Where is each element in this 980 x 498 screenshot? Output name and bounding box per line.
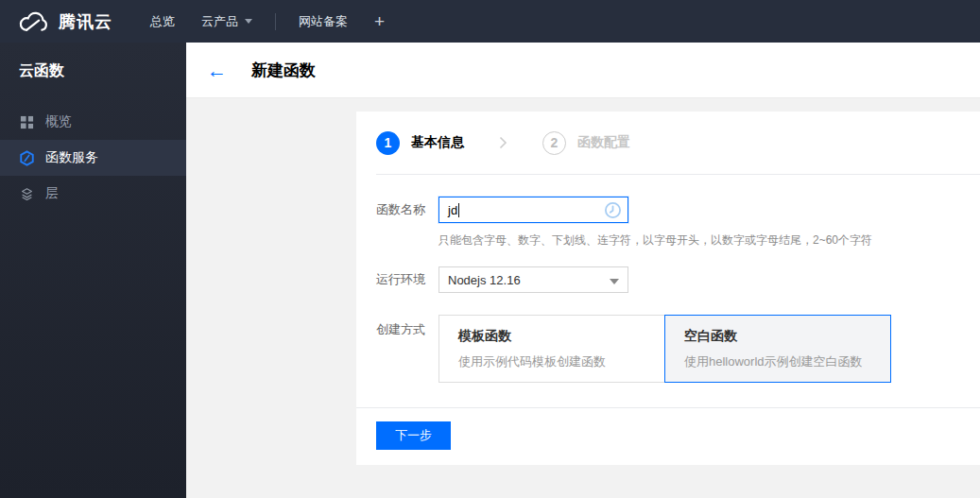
runtime-selected-value: Nodejs 12.16 bbox=[448, 273, 521, 287]
text-cursor bbox=[458, 203, 459, 217]
brand-name: 腾讯云 bbox=[59, 10, 112, 33]
method-card-blank-function[interactable]: 空白函数 使用helloworld示例创建空白函数 bbox=[664, 315, 891, 383]
create-function-card: 1 基本信息 2 函数配置 函数名称 jd bbox=[356, 112, 980, 465]
method-card-desc: 使用helloworld示例创建空白函数 bbox=[684, 353, 879, 370]
step-basic-info: 1 基本信息 bbox=[376, 131, 464, 155]
brand-logo[interactable]: 腾讯云 bbox=[15, 9, 112, 34]
sidebar-item-layers[interactable]: 层 bbox=[0, 176, 186, 212]
page-title: 新建函数 bbox=[251, 60, 316, 81]
creation-method-options: 模板函数 使用示例代码模板创建函数 空白函数 使用helloworld示例创建空… bbox=[438, 315, 891, 383]
wizard-steps: 1 基本信息 2 函数配置 bbox=[356, 112, 980, 174]
sidebar-item-functions[interactable]: 函数服务 bbox=[0, 140, 186, 176]
function-name-hint: 只能包含字母、数字、下划线、连字符，以字母开头，以数字或字母结尾，2~60个字符 bbox=[438, 232, 980, 249]
sidebar-item-overview[interactable]: 概览 bbox=[0, 104, 186, 140]
tencent-cloud-console: 腾讯云 总览 云产品 网站备案 + 云函数 bbox=[0, 0, 980, 498]
sidebar: 云函数 概览 bbox=[0, 43, 186, 498]
nav-divider bbox=[275, 13, 276, 30]
sidebar-item-label: 层 bbox=[45, 185, 59, 202]
chevron-right-icon bbox=[499, 136, 507, 149]
nav-item-icp[interactable]: 网站备案 bbox=[299, 13, 348, 30]
runtime-select[interactable]: Nodejs 12.16 bbox=[438, 266, 628, 293]
creation-method-row: 创建方式 模板函数 使用示例代码模板创建函数 空白函数 使用helloworld… bbox=[376, 315, 980, 383]
scf-hexagon-icon bbox=[19, 150, 35, 166]
clock-icon bbox=[604, 201, 622, 223]
sidebar-menu: 概览 函数服务 层 bbox=[0, 104, 186, 212]
function-name-row: 函数名称 jd bbox=[376, 197, 980, 223]
sidebar-item-label: 函数服务 bbox=[45, 149, 98, 166]
method-card-template-function[interactable]: 模板函数 使用示例代码模板创建函数 bbox=[438, 315, 665, 383]
runtime-label: 运行环境 bbox=[376, 271, 438, 288]
creation-method-label: 创建方式 bbox=[376, 315, 438, 338]
method-card-title: 空白函数 bbox=[684, 328, 879, 345]
back-arrow-icon[interactable]: ← bbox=[207, 60, 227, 80]
runtime-row: 运行环境 Nodejs 12.16 bbox=[376, 266, 980, 293]
top-nav: 总览 云产品 网站备案 + bbox=[131, 12, 385, 30]
create-function-form: 函数名称 jd 只能包含字母、数字、下划线、连字符，以字母开头，以数字或字母结尾… bbox=[356, 175, 980, 383]
grid-icon bbox=[19, 114, 35, 130]
step-number: 1 bbox=[376, 131, 400, 155]
next-step-button[interactable]: 下一步 bbox=[376, 421, 451, 450]
function-name-input[interactable]: jd bbox=[438, 197, 628, 223]
nav-item-overview[interactable]: 总览 bbox=[150, 13, 175, 30]
caret-down-icon bbox=[245, 19, 252, 24]
sidebar-item-label: 概览 bbox=[45, 113, 72, 130]
function-name-value: jd bbox=[448, 203, 457, 217]
sidebar-title: 云函数 bbox=[0, 43, 186, 96]
method-card-desc: 使用示例代码模板创建函数 bbox=[458, 353, 653, 370]
content-area: 1 基本信息 2 函数配置 函数名称 jd bbox=[186, 98, 980, 498]
layers-icon bbox=[19, 186, 35, 202]
page-header: ← 新建函数 bbox=[186, 43, 980, 98]
tencent-cloud-logo-icon bbox=[15, 9, 50, 34]
step-function-config: 2 函数配置 bbox=[542, 131, 630, 155]
divider bbox=[356, 407, 980, 408]
step-label: 基本信息 bbox=[411, 134, 464, 151]
step-label: 函数配置 bbox=[577, 134, 630, 151]
plus-icon[interactable]: + bbox=[374, 12, 385, 30]
nav-item-products-label: 云产品 bbox=[201, 13, 238, 30]
step-number: 2 bbox=[542, 131, 566, 155]
caret-down-icon bbox=[610, 279, 619, 284]
function-name-label: 函数名称 bbox=[376, 201, 438, 218]
topbar: 腾讯云 总览 云产品 网站备案 + bbox=[0, 0, 980, 43]
nav-item-products[interactable]: 云产品 bbox=[201, 13, 252, 30]
method-card-title: 模板函数 bbox=[458, 328, 653, 345]
